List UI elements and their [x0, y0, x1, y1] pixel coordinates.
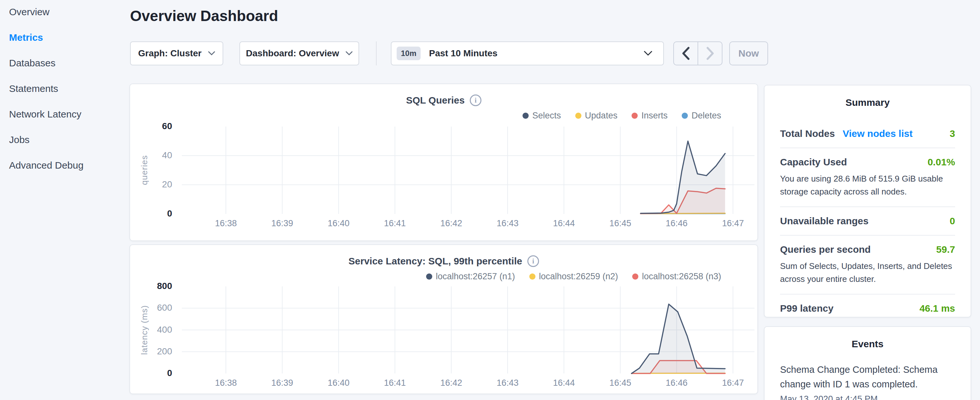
x-axis-tick-label: 16:47: [710, 378, 756, 388]
dashboard-dropdown-label: Dashboard: Overview: [246, 48, 339, 59]
toolbar-divider: [376, 41, 377, 65]
sql-queries-chart-card: SQL Queries i SelectsUpdatesInsertsDelet…: [129, 83, 758, 241]
x-axis-tick-label: 16:47: [710, 218, 756, 228]
service-latency-chart-card: Service Latency: SQL, 99th percentile i …: [129, 244, 758, 394]
summary-row-head: Unavailable ranges0: [780, 215, 955, 226]
summary-row-value: 46.1 ms: [920, 303, 955, 314]
now-button-label: Now: [738, 48, 759, 59]
x-axis-tick-label: 16:42: [429, 218, 474, 228]
summary-row-label: Capacity Used: [780, 157, 847, 167]
y-axis-tick-label: 400: [150, 325, 172, 335]
time-range-selector[interactable]: 10m Past 10 Minutes: [391, 41, 664, 65]
y-axis-tick-label: 40: [150, 150, 172, 161]
x-axis-tick-label: 16:45: [598, 218, 643, 228]
summary-row-p99-latency: P99 latency46.1 ms: [780, 295, 955, 322]
info-icon[interactable]: i: [527, 255, 539, 267]
legend-label: localhost:26258 (n3): [642, 271, 721, 282]
x-axis-tick-label: 16:38: [203, 378, 248, 388]
legend-item: localhost:26257 (n1): [426, 271, 515, 282]
summary-rows: Total NodesView nodes list3Capacity Used…: [780, 120, 955, 322]
time-step-forward-button[interactable]: [698, 42, 722, 65]
chevron-down-icon: [644, 51, 652, 56]
legend-label: Inserts: [641, 111, 667, 121]
legend-item: Updates: [575, 111, 618, 121]
summary-row-total-nodes: Total NodesView nodes list3: [780, 120, 955, 148]
sidebar-list: OverviewMetricsDatabasesStatementsNetwor…: [9, 6, 83, 185]
page-title: Overview Dashboard: [130, 7, 278, 25]
events-panel: Events Schema Change Completed: Schema c…: [764, 326, 971, 400]
x-axis-tick-label: 16:45: [598, 378, 643, 388]
chart-title-row: SQL Queries i: [130, 94, 757, 106]
service-latency-svg: [182, 287, 754, 373]
x-axis-tick-label: 16:39: [259, 218, 305, 228]
legend-label: Deletes: [691, 111, 721, 121]
y-axis-unit-label: latency (ms): [140, 294, 150, 365]
x-axis-tick-label: 16:41: [372, 218, 418, 228]
legend-dot-icon: [632, 274, 638, 280]
legend-item: localhost:26259 (n2): [529, 271, 618, 282]
chevron-down-icon: [345, 51, 353, 56]
x-axis-tick-label: 16:41: [372, 378, 418, 388]
chart-title: SQL Queries: [406, 95, 465, 106]
event-item: Schema Change Completed: Schema change w…: [780, 362, 955, 400]
view-nodes-list-link[interactable]: View nodes list: [843, 128, 912, 139]
sidebar-item-databases[interactable]: Databases: [9, 57, 83, 69]
summary-row-value: 3: [950, 128, 955, 139]
summary-row-value: 0: [950, 215, 955, 226]
chart-plot-area[interactable]: [182, 126, 754, 214]
legend-dot-icon: [575, 113, 581, 119]
summary-row-capacity-used: Capacity Used0.01%You are using 28.6 MiB…: [780, 148, 955, 207]
sidebar-item-jobs[interactable]: Jobs: [9, 134, 83, 146]
graph-dropdown-label: Graph: Cluster: [138, 48, 202, 59]
legend-dot-icon: [426, 274, 432, 280]
sidebar-item-metrics[interactable]: Metrics: [9, 31, 83, 44]
summary-row-caption: Sum of Selects, Updates, Inserts, and De…: [780, 260, 955, 285]
x-axis-tick-label: 16:44: [541, 218, 587, 228]
sidebar-item-overview[interactable]: Overview: [9, 6, 83, 18]
event-text: Schema Change Completed: Schema change w…: [780, 362, 955, 392]
summary-row-head: P99 latency46.1 ms: [780, 303, 955, 314]
summary-row-label: P99 latency: [780, 303, 834, 314]
y-axis-unit-label: queries: [140, 135, 150, 206]
legend-dot-icon: [682, 113, 688, 119]
chevron-down-icon: [208, 51, 215, 56]
x-axis-tick-label: 16:38: [203, 218, 248, 228]
x-axis-tick-label: 16:39: [259, 378, 305, 388]
x-axis-tick-label: 16:46: [654, 378, 699, 388]
x-axis-tick-label: 16:42: [429, 378, 474, 388]
event-timestamp: May 13, 2020 at 4:45 PM: [780, 394, 955, 400]
sidebar-nav: OverviewMetricsDatabasesStatementsNetwor…: [0, 0, 123, 400]
legend-label: localhost:26257 (n1): [436, 271, 515, 282]
summary-row-label: Queries per second: [780, 244, 871, 255]
sidebar-item-network-latency[interactable]: Network Latency: [9, 108, 83, 120]
chevron-right-icon: [706, 46, 714, 60]
sidebar-item-advanced-debug[interactable]: Advanced Debug: [9, 159, 83, 172]
chart-title-row: Service Latency: SQL, 99th percentile i: [130, 255, 757, 267]
chart-plot-area[interactable]: [182, 287, 754, 373]
sql-queries-svg: [182, 126, 754, 214]
summary-panel: Summary Total NodesView nodes list3Capac…: [764, 85, 971, 317]
summary-row-head: Total NodesView nodes list3: [780, 128, 955, 139]
summary-row-caption: You are using 28.6 MiB of 515.9 GiB usab…: [780, 172, 955, 198]
summary-row-head: Queries per second59.7: [780, 244, 955, 255]
sidebar-item-statements[interactable]: Statements: [9, 83, 83, 95]
summary-row-unavailable-ranges: Unavailable ranges0: [780, 207, 955, 236]
now-button[interactable]: Now: [729, 41, 768, 65]
legend-dot-icon: [529, 274, 535, 280]
legend-dot-icon: [522, 113, 529, 119]
info-icon[interactable]: i: [470, 94, 481, 106]
summary-row-label: Total Nodes: [780, 128, 835, 139]
legend-label: Selects: [532, 111, 561, 121]
legend-dot-icon: [632, 113, 638, 119]
summary-row-label: Unavailable ranges: [780, 215, 869, 226]
legend-label: Updates: [585, 111, 618, 121]
time-range-label: Past 10 Minutes: [429, 48, 498, 59]
time-step-back-button[interactable]: [674, 42, 698, 65]
y-axis-tick-label: 20: [150, 179, 172, 190]
graph-dropdown[interactable]: Graph: Cluster: [130, 41, 223, 65]
legend-item: Inserts: [632, 111, 667, 121]
y-axis-tick-label: 0: [150, 209, 172, 219]
y-axis-tick-label: 200: [150, 346, 172, 357]
dashboard-dropdown[interactable]: Dashboard: Overview: [239, 41, 359, 65]
x-axis-tick-label: 16:40: [316, 218, 361, 228]
